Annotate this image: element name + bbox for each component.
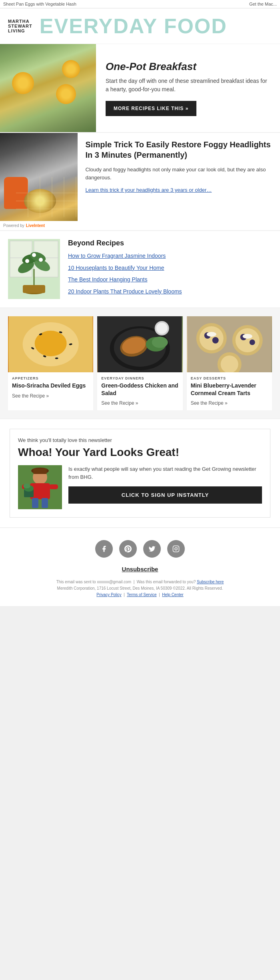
- svg-point-21: [39, 258, 43, 262]
- ad-link[interactable]: Learn this trick if your headlights are …: [86, 187, 212, 193]
- promo-body: Is exactly what people will say when you…: [18, 465, 262, 509]
- pinterest-icon[interactable]: [119, 540, 137, 558]
- egg-yolk-2: [56, 84, 76, 104]
- svg-point-68: [177, 547, 178, 548]
- svg-point-20: [25, 259, 29, 263]
- recipe-category-1: APPETIZERS: [12, 376, 89, 380]
- recipe-card-2: EVERYDAY DINNERS Green-Goddess Chicken a…: [97, 316, 182, 410]
- recipe-link-1[interactable]: See the Recipe »: [12, 393, 49, 399]
- promo-cta-button[interactable]: CLICK TO SIGN UP INSTANTLY: [68, 486, 262, 504]
- svg-rect-58: [33, 468, 47, 474]
- headlight-visual: [0, 133, 78, 221]
- svg-rect-14: [23, 285, 45, 293]
- hero-section: One-Pot Breakfast Start the day off with…: [0, 44, 280, 132]
- recipe-name-3: Mini Blueberry-Lavender Cornmeal Cream T…: [191, 382, 268, 396]
- recipe-category-2: EVERYDAY DINNERS: [101, 376, 178, 380]
- deviled-egg-image: [8, 316, 93, 372]
- ad-description: Cloudy and foggy headlights not only mak…: [86, 166, 272, 181]
- beyond-content: Beyond Recipes How to Grow Fragrant Jasm…: [68, 239, 272, 299]
- recipe-link-3[interactable]: See the Recipe »: [191, 400, 228, 406]
- top-bar-right[interactable]: Get the Mac...: [249, 2, 277, 6]
- promo-person-image: [18, 465, 62, 509]
- svg-rect-66: [173, 546, 179, 552]
- beyond-recipes-section: Beyond Recipes How to Grow Fragrant Jasm…: [0, 231, 280, 307]
- footer-legal-line2: Meredith Corporation, 1716 Locust Street…: [8, 585, 272, 592]
- svg-point-45: [212, 337, 218, 343]
- promo-section: We think you'll totally love this newsle…: [0, 419, 280, 528]
- egg-visual: [0, 44, 96, 132]
- recipe-image-1: [8, 316, 93, 372]
- svg-point-67: [175, 548, 177, 550]
- list-item: 10 Houseplants to Beautify Your Home: [68, 264, 272, 272]
- promo-inner: We think you'll totally love this newsle…: [10, 429, 270, 518]
- promo-description: Is exactly what people will say when you…: [68, 465, 262, 481]
- brand-line1: MARTHA: [8, 19, 32, 24]
- footer: Unsubscribe This email was sent to xxxxx…: [0, 528, 280, 606]
- svg-point-43: [199, 326, 223, 350]
- ad-section: Simple Trick To Easily Restore Foggy Hea…: [0, 133, 280, 230]
- beyond-link-1[interactable]: How to Grow Fragrant Jasmine Indoors: [68, 253, 166, 259]
- egg-yolk-3: [62, 60, 80, 78]
- brand-line3: LIVING: [8, 28, 32, 33]
- list-item: 20 Indoor Plants That Produce Lovely Blo…: [68, 288, 272, 296]
- brand-line2: STEWART: [8, 24, 32, 28]
- svg-point-65: [23, 484, 30, 488]
- svg-point-22: [32, 253, 36, 257]
- plant-visual: [8, 239, 60, 299]
- svg-rect-62: [32, 498, 38, 508]
- beyond-link-3[interactable]: The Best Indoor Hanging Plants: [68, 276, 147, 283]
- instagram-icon[interactable]: [167, 540, 185, 558]
- list-item: The Best Indoor Hanging Plants: [68, 276, 272, 284]
- svg-rect-63: [42, 498, 48, 508]
- ad-title: Simple Trick To Easily Restore Foggy Hea…: [86, 139, 272, 160]
- beyond-links-list: How to Grow Fragrant Jasmine Indoors 10 …: [68, 252, 272, 295]
- hero-content: One-Pot Breakfast Start the day off with…: [96, 52, 280, 124]
- beyond-link-4[interactable]: 20 Indoor Plants That Produce Lovely Blo…: [68, 288, 182, 295]
- egg-yolk-1: [12, 72, 34, 94]
- promo-text: Is exactly what people will say when you…: [68, 465, 262, 504]
- recipe-card-content-3: EASY DESSERTS Mini Blueberry-Lavender Co…: [187, 372, 272, 410]
- svg-point-38: [152, 337, 168, 348]
- unsubscribe-link[interactable]: Unsubscribe: [8, 566, 272, 572]
- svg-point-49: [249, 339, 255, 345]
- beyond-link-2[interactable]: 10 Houseplants to Beautify Your Home: [68, 265, 164, 271]
- powered-label: Powered by: [3, 223, 24, 228]
- footer-legal: This email was sent to xxxxxx@gmail.com …: [8, 579, 272, 598]
- recipe-card-content-1: APPETIZERS Miso-Sriracha Deviled Eggs Se…: [8, 372, 93, 403]
- hero-image: [0, 44, 96, 132]
- chicken-image: [97, 316, 182, 372]
- help-link[interactable]: Help Center: [162, 592, 183, 597]
- footer-policy-links: Privacy Policy | Terms of Service | Help…: [8, 592, 272, 598]
- recipe-card-1: APPETIZERS Miso-Sriracha Deviled Eggs Se…: [8, 316, 93, 410]
- hero-cta-button[interactable]: MORE RECIPES LIKE THIS »: [106, 101, 196, 116]
- svg-rect-60: [49, 484, 58, 489]
- person-visual: [18, 465, 62, 509]
- privacy-policy-link[interactable]: Privacy Policy: [96, 592, 121, 597]
- footer-legal-line1: This email was sent to xxxxxx@gmail.com …: [8, 579, 272, 585]
- tarts-image: [187, 316, 272, 372]
- recipe-image-2: [97, 316, 182, 372]
- liveintent-logo: LiveIntent: [26, 223, 45, 228]
- svg-point-53: [242, 334, 252, 339]
- ad-image: [0, 133, 78, 221]
- twitter-icon[interactable]: [143, 540, 161, 558]
- recipe-card-3: EASY DESSERTS Mini Blueberry-Lavender Co…: [187, 316, 272, 410]
- header: MARTHA STEWART LIVING EVERYDAY FOOD: [0, 8, 280, 44]
- recipe-link-2[interactable]: See the Recipe »: [101, 400, 138, 406]
- list-item: How to Grow Fragrant Jasmine Indoors: [68, 252, 272, 260]
- terms-link[interactable]: Terms of Service: [127, 592, 156, 597]
- facebook-icon[interactable]: [95, 540, 113, 558]
- recipe-category-3: EASY DESSERTS: [191, 376, 268, 380]
- recipe-name-2: Green-Goddess Chicken and Salad: [101, 382, 178, 396]
- brand-block: MARTHA STEWART LIVING: [8, 19, 32, 33]
- powered-by: Powered by LiveIntent: [0, 221, 280, 230]
- promo-eyebrow: We think you'll totally love this newsle…: [18, 437, 262, 443]
- social-icons-row: [8, 540, 272, 558]
- recipe-card-content-2: EVERYDAY DINNERS Green-Goddess Chicken a…: [97, 372, 182, 410]
- beyond-image: [8, 239, 60, 299]
- top-bar: Sheet Pan Eggs with Vegetable Hash Get t…: [0, 0, 280, 8]
- recipe-name-1: Miso-Sriracha Deviled Eggs: [12, 382, 89, 389]
- top-bar-left[interactable]: Sheet Pan Eggs with Vegetable Hash: [3, 2, 76, 6]
- beyond-title: Beyond Recipes: [68, 239, 272, 247]
- subscribe-here-link[interactable]: Subscribe here: [197, 580, 224, 584]
